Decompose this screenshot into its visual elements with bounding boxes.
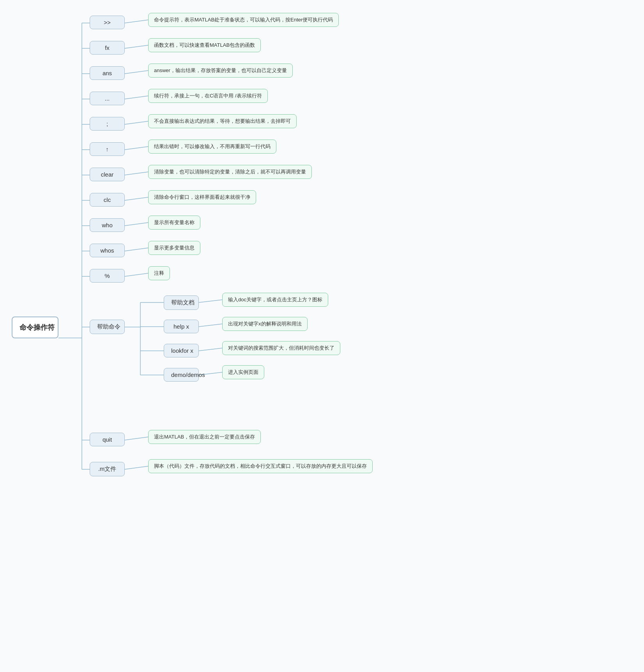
svg-line-29: [125, 197, 148, 200]
branch-node-b9: who: [90, 218, 125, 232]
sub-branch-node-s1: 帮助文档: [164, 295, 199, 310]
leaf-node-2: answer，输出结果，存放答案的变量，也可以自己定义变量: [148, 64, 293, 78]
sub-leaf-node-3: 进入实例页面: [222, 365, 264, 379]
branch-node-b1: >>: [90, 16, 125, 29]
branch-node-b2: fx: [90, 41, 125, 55]
svg-line-28: [125, 172, 148, 175]
leaf-node-9: 显示更多变量信息: [148, 241, 200, 255]
svg-line-31: [125, 248, 148, 251]
svg-line-30: [125, 223, 148, 226]
leaf-node-4: 不会直接输出表达式的结果，等待，想要输出结果，去掉即可: [148, 114, 297, 128]
leaf-node-10: 注释: [148, 266, 170, 280]
leaf-node-6: 清除变量，也可以清除特定的变量，清除之后，就不可以再调用变量: [148, 165, 312, 179]
svg-line-27: [125, 147, 148, 150]
leaf-node-8: 显示所有变量名称: [148, 216, 200, 230]
leaf-node-5: 结果出错时，可以修改输入，不用再重新写一行代码: [148, 140, 276, 154]
svg-line-23: [125, 45, 148, 48]
branch-node-b11: %: [90, 269, 125, 283]
branch-node-b14: .m文件: [90, 462, 125, 476]
branch-node-b8: clc: [90, 193, 125, 207]
leaf-node-1: 函数文档，可以快速查看MATLAB包含的函数: [148, 38, 261, 52]
svg-line-24: [125, 71, 148, 74]
leaf-node-12: 脚本（代码）文件，存放代码的文档，相比命令行交互式窗口，可以存放的内存更大且可以…: [148, 459, 373, 473]
sub-branch-node-s2: help x: [164, 320, 199, 333]
svg-line-36: [199, 324, 222, 327]
leaf-node-0: 命令提示符，表示MATLAB处于准备状态，可以输入代码，按Enter便可执行代码: [148, 13, 339, 27]
sub-leaf-node-0: 输入doc关键字，或者点击主页上方？图标: [222, 293, 328, 307]
branch-node-b13: quit: [90, 433, 125, 446]
svg-line-32: [125, 273, 148, 276]
svg-line-34: [125, 466, 148, 469]
root-node: 命令操作符: [12, 317, 58, 338]
leaf-node-7: 清除命令行窗口，这样界面看起来就很干净: [148, 190, 256, 204]
sub-leaf-node-1: 出现对关键字x的解释说明和用法: [222, 317, 308, 331]
sub-branch-node-s3: lookfor x: [164, 344, 199, 357]
branch-node-b6: ↑: [90, 142, 125, 156]
svg-line-26: [125, 121, 148, 124]
branch-node-b4: ...: [90, 92, 125, 105]
svg-line-22: [125, 20, 148, 23]
branch-node-b3: ans: [90, 66, 125, 80]
svg-line-37: [199, 348, 222, 351]
branch-node-b7: clear: [90, 168, 125, 181]
branch-node-b5: ;: [90, 117, 125, 131]
branch-node-b12: 帮助命令: [90, 320, 125, 334]
leaf-node-11: 退出MATLAB，但在退出之前一定要点击保存: [148, 430, 261, 444]
sub-branch-node-s4: demo/demos: [164, 368, 199, 382]
leaf-node-3: 续行符，承接上一句，在C语言中用 /表示续行符: [148, 89, 268, 103]
svg-line-25: [125, 96, 148, 99]
sub-leaf-node-2: 对关键词的搜索范围扩大，但消耗时间也变长了: [222, 341, 340, 355]
svg-line-33: [125, 437, 148, 440]
branch-node-b10: whos: [90, 244, 125, 257]
mind-map-diagram: 命令操作符 >>fxans...;↑clearclcwhowhos%帮助命令qu…: [0, 0, 644, 672]
svg-line-35: [199, 300, 222, 302]
